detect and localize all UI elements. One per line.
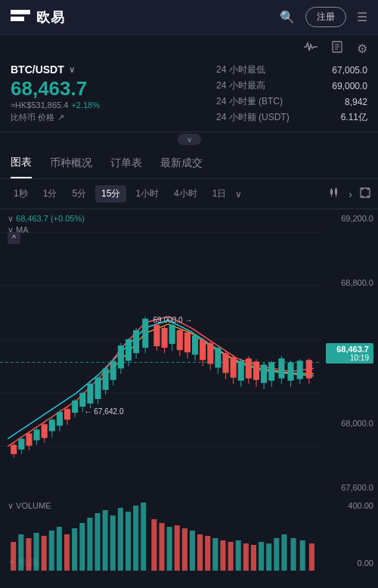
svg-rect-99 (42, 536, 47, 571)
svg-rect-117 (182, 528, 187, 571)
header: 欧易 🔍 注册 ☰ (0, 0, 378, 35)
time-1h[interactable]: 1小时 (129, 185, 165, 203)
collapse-button[interactable]: ∨ (178, 134, 201, 145)
collapse-bar: ∨ (0, 132, 378, 148)
svg-rect-130 (281, 534, 287, 571)
svg-rect-20 (18, 439, 24, 450)
svg-rect-46 (118, 345, 124, 368)
svg-rect-75 (231, 357, 237, 377)
time-15m[interactable]: 15分 (95, 185, 126, 203)
svg-rect-108 (110, 515, 116, 571)
svg-rect-110 (125, 512, 131, 571)
time-1s[interactable]: 1秒 (8, 185, 34, 203)
tab-orderbook[interactable]: 订单表 (110, 149, 142, 178)
svg-rect-7 (335, 189, 337, 194)
svg-rect-126 (251, 545, 256, 571)
chart-y-axis: 69,200.0 68,800.0 68,463.7 10:19 68,000.… (321, 209, 378, 497)
svg-rect-4 (330, 190, 333, 194)
settings-icon[interactable]: ⚙ (357, 42, 367, 56)
svg-rect-100 (49, 531, 54, 571)
chart-container: ∨ 68,463.7 (+0.05%) ∨ MA ^ (0, 209, 378, 497)
svg-rect-114 (159, 523, 164, 571)
svg-rect-106 (94, 513, 100, 571)
svg-rect-89 (287, 362, 293, 380)
time-5m[interactable]: 5分 (66, 185, 92, 203)
external-icon[interactable]: ↗ (57, 113, 64, 122)
svg-rect-61 (177, 330, 183, 350)
svg-rect-34 (72, 401, 78, 413)
svg-rect-67 (200, 340, 206, 360)
watermark: ✦ 欧易 (8, 556, 39, 569)
svg-rect-42 (103, 368, 109, 389)
volume-label: ∨ VOLUME (8, 501, 51, 511)
price-change: +2.18% (71, 101, 100, 110)
svg-rect-73 (222, 353, 228, 373)
svg-rect-124 (236, 540, 241, 571)
price-stats: 24 小时最低 67,005.0 24 小时最高 69,000.0 24 小时量… (216, 63, 367, 124)
svg-rect-107 (103, 510, 108, 571)
current-price-tag: 68,463.7 10:19 (326, 343, 373, 364)
price-left: BTC/USDT ∨ 68,463.7 ≈HK$531,865.4 +2.18%… (11, 63, 201, 124)
pulse-icon[interactable] (304, 42, 318, 55)
svg-rect-105 (87, 518, 92, 571)
svg-rect-122 (220, 540, 225, 571)
candle-icon[interactable] (329, 187, 341, 200)
tab-overview[interactable]: 币种概况 (50, 149, 92, 178)
pair-chevron[interactable]: ∨ (69, 65, 75, 75)
logo-icon (11, 10, 30, 25)
logo-area: 欧易 (11, 8, 65, 26)
svg-rect-118 (190, 531, 195, 571)
stat-vol-usdt: 24 小时额 (USDT) 6.11亿 (216, 111, 367, 124)
time-1d[interactable]: 1日 (206, 185, 233, 203)
svg-rect-59 (169, 325, 175, 344)
svg-rect-103 (72, 528, 77, 571)
svg-rect-115 (167, 527, 172, 571)
expand-button[interactable]: ^ (8, 232, 20, 244)
svg-rect-22 (26, 433, 32, 445)
svg-rect-85 (268, 362, 274, 380)
pair-label: BTC/USDT (11, 63, 64, 76)
svg-rect-26 (42, 424, 48, 438)
svg-rect-91 (297, 361, 303, 379)
pair-name: BTC/USDT ∨ (11, 63, 201, 76)
document-icon[interactable] (331, 41, 343, 56)
svg-rect-18 (11, 445, 17, 454)
svg-rect-101 (57, 527, 62, 571)
svg-rect-132 (300, 540, 305, 571)
logo-text: 欧易 (36, 8, 65, 26)
time-4h[interactable]: 4小时 (168, 185, 203, 203)
svg-rect-77 (238, 361, 244, 380)
register-button[interactable]: 注册 (305, 7, 346, 27)
chevron-right-icon[interactable]: › (349, 188, 352, 200)
time-bar: 1秒 1分 5分 15分 1小时 4小时 1日 ∨ › (0, 179, 378, 209)
svg-rect-120 (205, 536, 210, 571)
search-icon[interactable]: 🔍 (280, 10, 295, 24)
svg-rect-79 (246, 358, 252, 378)
tab-trades[interactable]: 最新成交 (160, 149, 203, 178)
svg-rect-32 (64, 409, 70, 419)
svg-rect-63 (184, 333, 191, 352)
svg-rect-131 (291, 538, 296, 571)
svg-rect-123 (228, 542, 234, 571)
time-bar-icons: › (329, 187, 370, 200)
chart-main[interactable]: ∨ 68,463.7 (+0.05%) ∨ MA ^ (0, 209, 321, 497)
svg-rect-133 (309, 543, 314, 571)
vol-y-label-bottom: 0.00 (326, 559, 373, 568)
svg-rect-111 (133, 506, 138, 571)
svg-rect-81 (253, 361, 259, 379)
menu-icon[interactable]: ☰ (357, 10, 367, 24)
svg-rect-65 (192, 336, 198, 354)
fullscreen-icon[interactable] (360, 187, 370, 200)
svg-rect-121 (212, 538, 218, 571)
svg-rect-83 (261, 364, 267, 382)
time-1m[interactable]: 1分 (37, 185, 64, 203)
main-price: 68,463.7 (11, 79, 201, 98)
svg-rect-129 (274, 538, 279, 571)
vol-y-label-top: 400.00 (326, 501, 373, 510)
svg-rect-127 (259, 542, 264, 571)
svg-rect-71 (215, 348, 221, 367)
tabs: 图表 币种概况 订单表 最新成交 (0, 148, 378, 179)
tab-chart[interactable]: 图表 (11, 148, 32, 178)
y-label-4: 68,000.0 (326, 419, 373, 428)
stat-high: 24 小时最高 69,000.0 (216, 79, 367, 92)
